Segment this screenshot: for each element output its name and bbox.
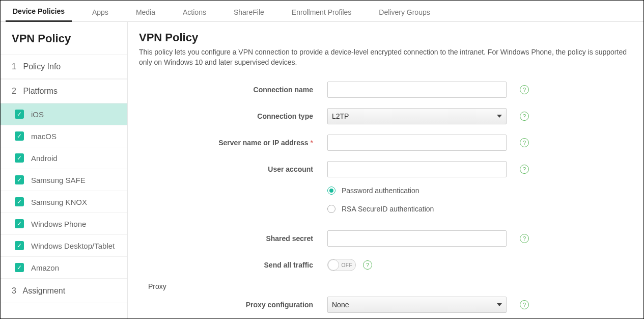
platform-label: macOS — [31, 132, 57, 141]
platform-label: Android — [31, 154, 58, 163]
connection-type-select[interactable]: L2TP — [327, 108, 507, 124]
help-icon[interactable]: ? — [363, 260, 372, 270]
user-account-input[interactable] — [327, 161, 507, 177]
platform-label: Samsung SAFE — [31, 176, 86, 184]
label-connection-type: Connection type — [139, 112, 327, 120]
radio-rsa-auth[interactable] — [327, 205, 335, 213]
step-label: Policy Info — [23, 62, 61, 71]
send-all-traffic-toggle[interactable]: OFF — [327, 259, 356, 271]
proxy-configuration-select[interactable]: None — [327, 297, 507, 313]
platform-item-samsung-knox[interactable]: ✓ Samsung KNOX — [1, 191, 127, 213]
check-icon: ✓ — [15, 263, 24, 272]
platform-item-windows-phone[interactable]: ✓ Windows Phone — [1, 213, 127, 235]
server-input[interactable] — [327, 135, 507, 151]
help-icon[interactable]: ? — [520, 300, 529, 309]
radio-label: Password authentication — [342, 187, 419, 195]
tab-apps[interactable]: Apps — [85, 3, 116, 21]
select-value: None — [332, 301, 349, 309]
chevron-down-icon — [497, 303, 502, 306]
check-icon: ✓ — [15, 219, 24, 228]
step-platforms[interactable]: 2 Platforms — [1, 79, 127, 103]
tab-sharefile[interactable]: ShareFile — [227, 3, 271, 21]
step-label: Assignment — [23, 286, 66, 295]
check-icon: ✓ — [15, 153, 24, 163]
select-value: L2TP — [332, 112, 349, 120]
step-policy-info[interactable]: 1 Policy Info — [1, 55, 127, 79]
label-shared-secret: Shared secret — [139, 234, 327, 243]
toggle-state: OFF — [342, 262, 353, 268]
tab-device-policies[interactable]: Device Policies — [6, 2, 72, 22]
shared-secret-input[interactable] — [327, 230, 507, 247]
required-marker: * — [311, 139, 313, 147]
label-server: Server name or IP address * — [139, 139, 327, 147]
platform-label: Samsung KNOX — [31, 198, 87, 206]
label-connection-name: Connection name — [139, 86, 327, 94]
main-content: VPN Policy This policy lets you configur… — [128, 22, 643, 318]
help-icon[interactable]: ? — [520, 234, 529, 243]
radio-password-auth[interactable] — [327, 187, 335, 195]
check-icon: ✓ — [15, 131, 24, 141]
platform-item-samsung-safe[interactable]: ✓ Samsung SAFE — [1, 169, 127, 191]
check-icon: ✓ — [15, 175, 24, 184]
label-send-all-traffic: Send all traffic — [139, 261, 327, 269]
connection-name-input[interactable] — [327, 82, 507, 98]
help-icon[interactable]: ? — [520, 165, 529, 174]
label-user-account: User account — [139, 165, 327, 173]
tab-enrollment-profiles[interactable]: Enrollment Profiles — [285, 3, 359, 21]
tab-delivery-groups[interactable]: Delivery Groups — [372, 3, 437, 21]
check-icon: ✓ — [15, 241, 24, 250]
main-tabs: Device Policies Apps Media Actions Share… — [1, 1, 643, 22]
platform-item-amazon[interactable]: ✓ Amazon — [1, 257, 127, 279]
label-proxy-configuration: Proxy configuration — [139, 301, 327, 309]
platform-item-macos[interactable]: ✓ macOS — [1, 125, 127, 147]
help-icon[interactable]: ? — [520, 138, 529, 147]
help-icon[interactable]: ? — [520, 112, 529, 121]
platform-item-android[interactable]: ✓ Android — [1, 147, 127, 169]
tab-actions[interactable]: Actions — [176, 3, 213, 21]
page-title: VPN Policy — [139, 31, 643, 44]
toggle-knob — [328, 259, 339, 271]
chevron-down-icon — [497, 115, 502, 118]
check-icon: ✓ — [15, 197, 24, 206]
section-proxy: Proxy — [139, 282, 643, 290]
help-icon[interactable]: ? — [520, 85, 529, 94]
platform-label: Amazon — [31, 263, 59, 272]
step-assignment[interactable]: 3 Assignment — [1, 279, 127, 303]
page-description: This policy lets you configure a VPN con… — [139, 47, 638, 67]
platform-label: Windows Phone — [31, 220, 86, 228]
check-icon: ✓ — [15, 110, 24, 119]
sidebar-title: VPN Policy — [1, 22, 127, 55]
platform-label: iOS — [31, 110, 44, 119]
policy-wizard-sidebar: VPN Policy 1 Policy Info 2 Platforms ✓ i… — [1, 22, 128, 318]
platform-item-ios[interactable]: ✓ iOS — [1, 103, 127, 125]
platform-item-windows-desktop-tablet[interactable]: ✓ Windows Desktop/Tablet — [1, 235, 127, 257]
radio-label: RSA SecureID authentication — [342, 205, 434, 213]
platform-label: Windows Desktop/Tablet — [31, 242, 115, 250]
step-label: Platforms — [23, 87, 58, 95]
tab-media[interactable]: Media — [129, 3, 162, 21]
